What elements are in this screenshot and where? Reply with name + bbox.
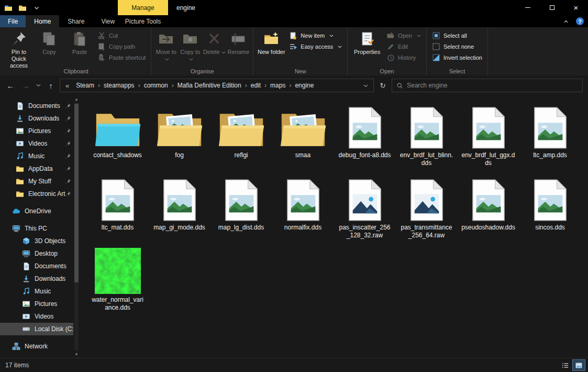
file-item-reflgi[interactable]: reflgi bbox=[210, 101, 272, 172]
sidebar-item-pictures[interactable]: Pictures bbox=[0, 125, 73, 137]
file-item-fog[interactable]: fog bbox=[149, 101, 210, 172]
tab-picture-tools[interactable]: Picture Tools bbox=[118, 15, 168, 27]
file-item-pas-inscatter-256-128-32-raw[interactable]: pas_inscatter_256_128_32.raw bbox=[334, 173, 395, 244]
new-item-button[interactable]: New item bbox=[286, 30, 345, 41]
cut-button[interactable]: Cut bbox=[95, 30, 148, 41]
tab-file[interactable]: File bbox=[0, 15, 26, 27]
scrollbar-down-arrow-icon[interactable]: ▼ bbox=[74, 351, 79, 358]
up-button[interactable]: ↑ bbox=[45, 79, 57, 92]
sidebar-item-music[interactable]: Music bbox=[0, 150, 73, 162]
pin-to-quick-access-button[interactable]: Pin to Quick access bbox=[4, 29, 34, 69]
file-item-ltc-amp-dds[interactable]: ltc_amp.dds bbox=[519, 101, 581, 172]
breadcrumb-item[interactable]: maps bbox=[267, 82, 289, 89]
forward-button[interactable]: → bbox=[19, 79, 32, 92]
sidebar-item-appdata[interactable]: AppData bbox=[0, 162, 73, 175]
sidebar-item-downloads[interactable]: Downloads bbox=[0, 272, 73, 285]
move-to-button[interactable]: Move to bbox=[154, 29, 178, 62]
invert-selection-button[interactable]: Invert selection bbox=[429, 52, 485, 63]
back-button[interactable]: ← bbox=[4, 79, 17, 92]
sidebar-item-this-pc[interactable]: This PC bbox=[0, 222, 73, 235]
select-all-button[interactable]: Select all bbox=[429, 30, 485, 41]
file-item-debug-font-a8-dds[interactable]: debug_font-a8.dds bbox=[334, 101, 395, 172]
file-item-pseudoshadow-dds[interactable]: pseudoshadow.dds bbox=[458, 173, 519, 244]
sidebar-item-onedrive[interactable]: OneDrive bbox=[0, 205, 73, 217]
breadcrumb-item[interactable]: Mafia Definitive Edition bbox=[174, 82, 245, 89]
sidebar-item-documents[interactable]: Documents bbox=[0, 260, 73, 272]
file-item-map-lg-dist-dds[interactable]: map_lg_dist.dds bbox=[210, 173, 272, 244]
sidebar-item-videos[interactable]: Videos bbox=[0, 137, 73, 150]
manage-contextual-tab[interactable]: Manage bbox=[118, 0, 168, 15]
breadcrumb-item[interactable]: edit bbox=[247, 82, 264, 89]
ribbon-small-stack: OpenEditHistory bbox=[384, 29, 424, 63]
copy-to-button[interactable]: Copy to bbox=[178, 29, 202, 62]
delete-button[interactable]: Delete bbox=[202, 29, 226, 56]
breadcrumb-item[interactable]: common bbox=[140, 82, 172, 89]
tab-share[interactable]: Share bbox=[59, 15, 93, 27]
breadcrumb-item[interactable]: Steam bbox=[72, 82, 98, 89]
easy-access-button[interactable]: Easy access bbox=[286, 41, 345, 52]
file-item-contact-shadows[interactable]: contact_shadows bbox=[87, 101, 148, 172]
history-button[interactable]: History bbox=[384, 52, 424, 63]
breadcrumb-overflow-icon[interactable]: « bbox=[62, 82, 72, 90]
qat-folder-icon[interactable] bbox=[18, 4, 27, 12]
properties-button[interactable]: Properties bbox=[350, 29, 384, 56]
sidebar-item-local-disk-c[interactable]: Local Disk (C:) bbox=[0, 323, 73, 335]
file-item-env-brdf-lut-ggx-dds[interactable]: env_brdf_lut_ggx.dds bbox=[458, 101, 519, 172]
copy-path-button[interactable]: Copy path bbox=[95, 41, 148, 52]
file-item-smaa[interactable]: smaa bbox=[272, 101, 334, 172]
scrollbar-thumb[interactable] bbox=[74, 104, 79, 282]
paste-shortcut-button[interactable]: Paste shortcut bbox=[95, 52, 148, 63]
address-bar[interactable]: « Steam›steamapps›common›Mafia Definitiv… bbox=[60, 79, 374, 92]
rename-button[interactable]: Rename bbox=[226, 29, 250, 56]
file-item-env-brdf-lut-blinn-dds[interactable]: env_brdf_lut_blinn.dds bbox=[396, 101, 457, 172]
sidebar-item-music[interactable]: Music bbox=[0, 285, 73, 298]
tab-home[interactable]: Home bbox=[26, 15, 59, 27]
open-button[interactable]: Open bbox=[384, 30, 424, 41]
scrollbar-up-arrow-icon[interactable]: ▲ bbox=[74, 95, 79, 103]
file-item-ltc-mat-dds[interactable]: ltc_mat.dds bbox=[87, 173, 148, 244]
sidebar-item-pictures[interactable]: Pictures bbox=[0, 298, 73, 310]
breadcrumb-item[interactable]: steamapps bbox=[100, 82, 138, 89]
sidebar-item-downloads[interactable]: Downloads bbox=[0, 112, 73, 125]
sidebar-item-videos[interactable]: Videos bbox=[0, 310, 73, 323]
button-label: History bbox=[398, 54, 416, 61]
recent-locations-chevron-icon[interactable] bbox=[35, 79, 42, 92]
sidebar-item-desktop[interactable]: Desktop bbox=[0, 247, 73, 260]
sidebar-item-network[interactable]: Network bbox=[0, 340, 73, 353]
close-button[interactable]: × bbox=[564, 0, 588, 15]
sidebar-item-electronic-art[interactable]: Electronic Art bbox=[0, 188, 73, 200]
breadcrumb-item[interactable]: engine bbox=[291, 82, 317, 89]
move-to-icon bbox=[158, 30, 174, 47]
search-input[interactable] bbox=[407, 82, 578, 89]
sidebar-item-3d-objects[interactable]: 3D Objects bbox=[0, 235, 73, 247]
refresh-button[interactable]: ↻ bbox=[376, 79, 389, 92]
large-icons-view-button[interactable] bbox=[573, 360, 585, 370]
button-label: Paste shortcut bbox=[109, 54, 146, 61]
paste-button[interactable]: Paste bbox=[64, 29, 95, 56]
sidebar-item-label: Music bbox=[35, 288, 51, 295]
ribbon-collapse-chevron-up-icon[interactable] bbox=[562, 18, 570, 25]
select-none-icon bbox=[432, 42, 440, 51]
maximize-button[interactable] bbox=[540, 0, 564, 15]
scrollbar-track[interactable] bbox=[74, 103, 79, 351]
sidebar-item-documents[interactable]: Documents bbox=[0, 100, 73, 112]
select-none-button[interactable]: Select none bbox=[429, 41, 485, 52]
edit-button[interactable]: Edit bbox=[384, 41, 424, 52]
file-item-pas-transmittance-256-64-raw[interactable]: pas_transmittance_256_64.raw bbox=[396, 173, 457, 244]
address-dropdown-chevron-icon[interactable] bbox=[360, 82, 371, 89]
dropdown-chevron-icon bbox=[221, 49, 226, 56]
ribbon-group-label: Clipboard bbox=[1, 68, 151, 74]
folder-cyan-icon bbox=[87, 101, 148, 149]
new-folder-button[interactable]: New folder bbox=[256, 29, 286, 56]
qat-chevron-down-icon[interactable] bbox=[32, 4, 41, 12]
help-icon[interactable]: ? bbox=[576, 17, 584, 25]
minimize-button[interactable] bbox=[516, 0, 540, 15]
sidebar-scrollbar[interactable]: ▲ ▼ bbox=[73, 95, 80, 358]
file-item-normalfix-dds[interactable]: normalfix.dds bbox=[272, 173, 334, 244]
details-view-button[interactable] bbox=[559, 360, 571, 370]
sidebar-item-my-stuff[interactable]: My Stuff bbox=[0, 175, 73, 188]
file-item-map-gi-mode-dds[interactable]: map_gi_mode.dds bbox=[149, 173, 210, 244]
file-item-water-normal-variance-dds[interactable]: water_normal_variance.dds bbox=[87, 245, 148, 316]
file-item-sincos-dds[interactable]: sincos.dds bbox=[519, 173, 581, 244]
copy-button[interactable]: Copy bbox=[34, 29, 64, 56]
